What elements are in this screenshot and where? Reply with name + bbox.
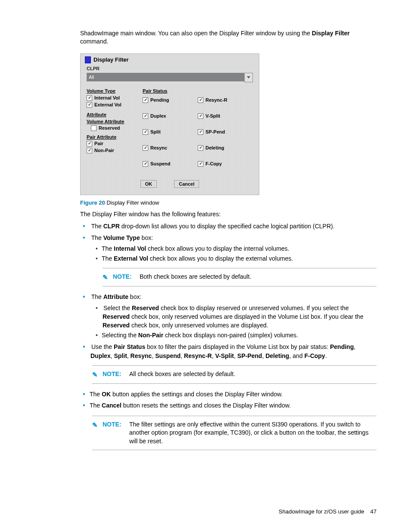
clpr-dropdown[interactable]: All <box>87 73 253 82</box>
list-item: The Internal Vol check box allows you to… <box>103 244 377 253</box>
checkbox-duplex[interactable]: ✓ <box>143 113 148 119</box>
note-icon: ✎ <box>92 370 103 379</box>
pair-attribute-heading: Pair Attribute <box>87 134 138 140</box>
checkbox-resync[interactable]: ✓ <box>143 145 148 151</box>
checkbox-resyncr[interactable]: ✓ <box>198 97 203 103</box>
checkbox-internal-vol[interactable]: ✓ <box>87 95 92 101</box>
pair-status-heading: Pair Status <box>143 88 253 93</box>
label-split: Split <box>150 129 161 134</box>
checkbox-external-vol[interactable]: ✓ <box>87 102 92 108</box>
dropdown-button[interactable] <box>244 73 253 82</box>
list-item: The Cancel button resets the settings an… <box>90 400 377 410</box>
list-item: The Attribute box: Select the Reserved c… <box>90 292 377 339</box>
figure-caption: Figure 20 Display Filter window <box>80 199 377 206</box>
volume-attribute-heading: Volume Attribute <box>87 119 138 124</box>
note-text: Both check boxes are selected by default… <box>140 273 377 282</box>
dialog-title: Display Filter <box>85 56 255 63</box>
chevron-down-icon <box>247 76 250 78</box>
checkbox-vsplit[interactable]: ✓ <box>198 113 203 119</box>
checkbox-deleting[interactable]: ✓ <box>198 145 203 151</box>
ok-button[interactable]: OK <box>140 180 157 188</box>
checkbox-suspend[interactable]: ✓ <box>143 161 148 167</box>
cancel-button[interactable]: Cancel <box>174 180 199 188</box>
display-filter-dialog: Display Filter CLPR All Volume Type ✓Int… <box>80 53 259 195</box>
clpr-group-label: CLPR <box>87 66 255 71</box>
label-resync: Resync <box>150 145 167 150</box>
label-sppend: SP-Pend <box>206 129 225 134</box>
volume-type-heading: Volume Type <box>87 88 138 93</box>
note-block: ✎ NOTE: All check boxes are selected by … <box>92 365 377 384</box>
label-external-vol: External Vol <box>94 102 121 107</box>
note-icon: ✎ <box>92 420 103 446</box>
label-suspend: Suspend <box>150 161 170 166</box>
note-block: ✎ NOTE: Both check boxes are selected by… <box>103 268 377 286</box>
label-deleting: Deleting <box>206 145 224 150</box>
label-duplex: Duplex <box>150 113 166 118</box>
label-pending: Pending <box>150 97 169 103</box>
checkbox-reserved[interactable] <box>91 125 97 131</box>
features-lead: The Display Filter window has the follow… <box>80 210 377 219</box>
note-icon: ✎ <box>103 273 113 282</box>
title-icon <box>85 56 91 63</box>
checkbox-fcopy[interactable]: ✓ <box>198 161 203 167</box>
label-nonpair: Non-Pair <box>94 148 114 153</box>
note-text: All check boxes are selected by default. <box>129 370 377 379</box>
list-item: The External Vol check box allows you to… <box>103 254 377 263</box>
label-internal-vol: Internal Vol <box>94 95 120 100</box>
note-label: NOTE: <box>103 420 125 446</box>
checkbox-split[interactable]: ✓ <box>143 129 148 135</box>
list-item: Selecting the Non-Pair check box display… <box>103 331 377 339</box>
clpr-value: All <box>87 73 244 81</box>
label-fcopy: F-Copy <box>206 161 222 166</box>
label-reserved: Reserved <box>99 125 120 131</box>
checkbox-pending[interactable]: ✓ <box>143 97 148 103</box>
label-resyncr: Resync-R <box>206 97 227 103</box>
page-footer: ShadowImage for z/OS user guide47 <box>279 508 377 515</box>
checkbox-nonpair[interactable]: ✓ <box>87 148 92 153</box>
checkbox-sppend[interactable]: ✓ <box>198 129 203 135</box>
list-item: The Volume Type box: The Internal Vol ch… <box>90 233 377 287</box>
list-item: The OK button applies the settings and c… <box>90 389 377 399</box>
list-item: The CLPR drop-down list allows you to di… <box>90 221 377 231</box>
list-item: Select the Reserved check box to display… <box>103 304 377 330</box>
note-label: NOTE: <box>113 273 135 282</box>
note-block: ✎ NOTE: The filter settings are only eff… <box>92 416 377 451</box>
label-vsplit: V-Split <box>206 113 220 118</box>
label-pair: Pair <box>94 141 103 146</box>
checkbox-pair[interactable]: ✓ <box>87 141 92 146</box>
note-label: NOTE: <box>103 370 125 379</box>
attribute-heading: Attribute <box>87 112 138 117</box>
note-text: The filter settings are only effective w… <box>129 420 377 446</box>
list-item: Use the Pair Status box to filter the pa… <box>90 342 377 360</box>
intro-paragraph: ShadowImage main window. You can also op… <box>80 29 377 46</box>
